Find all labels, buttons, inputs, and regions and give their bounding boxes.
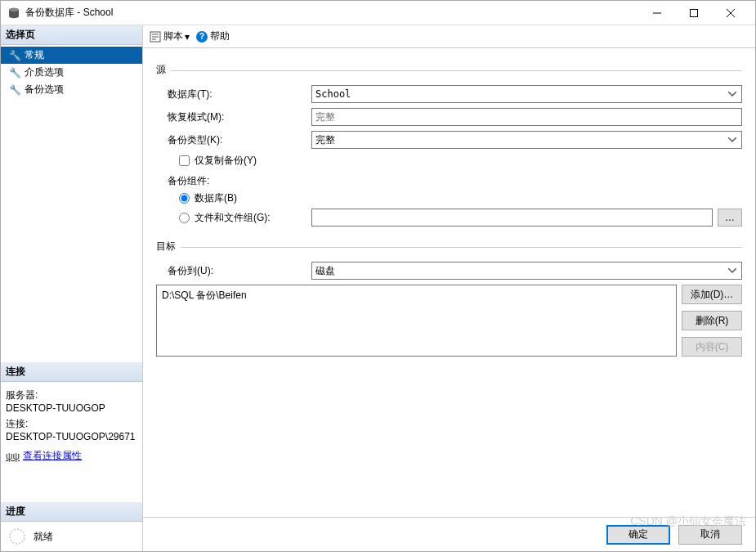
- chevron-down-icon: ▾: [185, 31, 190, 43]
- remove-destination-button[interactable]: 删除(R): [682, 311, 742, 330]
- left-panel: 选择页 🔧常规 🔧介质选项 🔧备份选项 连接 服务器: DESKTOP-TUUO…: [1, 25, 143, 551]
- script-button[interactable]: 脚本 ▾: [150, 29, 190, 43]
- help-icon: ?: [196, 31, 208, 43]
- database-label: 数据库(T):: [168, 88, 311, 101]
- link-text: 查看连接属性: [23, 449, 82, 463]
- script-icon: [150, 31, 161, 43]
- nav-label: 备份选项: [25, 83, 64, 96]
- progress-status: 就绪: [34, 530, 53, 544]
- help-label: 帮助: [210, 29, 230, 43]
- plug-icon: ψψ: [6, 451, 20, 462]
- destination-list[interactable]: D:\SQL 备份\Beifen: [156, 285, 677, 357]
- spinner-icon: [9, 528, 25, 545]
- server-label: 服务器:: [6, 388, 137, 402]
- radio-filegroups[interactable]: [179, 213, 190, 223]
- backup-type-label: 备份类型(K):: [168, 133, 311, 147]
- nav-item-media-options[interactable]: 🔧介质选项: [1, 64, 142, 81]
- source-group-title: 源: [156, 63, 742, 77]
- backup-component-label: 备份组件:: [168, 174, 742, 188]
- add-destination-button[interactable]: 添加(D)…: [682, 285, 742, 304]
- conn-label: 连接:: [6, 417, 137, 431]
- server-value: DESKTOP-TUUOGOP: [6, 402, 137, 414]
- database-icon: [7, 7, 20, 20]
- wrench-icon: 🔧: [9, 67, 21, 79]
- copy-only-checkbox[interactable]: [179, 155, 190, 166]
- close-button[interactable]: [712, 1, 749, 25]
- radio-database-label: 数据库(B): [195, 191, 237, 205]
- copy-only-label: 仅复制备份(Y): [195, 154, 257, 168]
- contents-button: 内容(C): [682, 337, 742, 357]
- nav-label: 介质选项: [25, 65, 64, 79]
- backup-to-label: 备份到(U):: [168, 264, 311, 278]
- toolbar: 脚本 ▾ ? 帮助: [143, 25, 755, 48]
- nav-item-backup-options[interactable]: 🔧备份选项: [1, 81, 142, 98]
- window-title: 备份数据库 - School: [25, 6, 638, 20]
- radio-filegroups-label: 文件和文件组(G):: [195, 211, 271, 225]
- progress-header: 进度: [1, 502, 142, 522]
- svg-point-1: [9, 7, 19, 11]
- backup-to-select[interactable]: 磁盘: [311, 262, 742, 280]
- view-connection-properties-link[interactable]: ψψ 查看连接属性: [6, 449, 137, 463]
- radio-database[interactable]: [179, 193, 190, 204]
- progress-block: 就绪: [1, 522, 142, 551]
- maximize-button[interactable]: [675, 1, 712, 25]
- select-page-header: 选择页: [1, 25, 142, 45]
- backup-type-select[interactable]: 完整: [311, 131, 742, 149]
- destination-group-title: 目标: [156, 240, 742, 254]
- nav-label: 常规: [25, 48, 44, 62]
- script-label: 脚本: [163, 29, 183, 43]
- destination-path[interactable]: D:\SQL 备份\Beifen: [162, 289, 671, 303]
- content-area: 源 数据库(T): School 恢复模式(M): 备份类型(K): 完整 仅复…: [143, 48, 755, 517]
- cancel-button[interactable]: 取消: [678, 525, 742, 545]
- filegroups-input: [311, 209, 713, 227]
- recovery-mode-field: [311, 108, 742, 126]
- svg-rect-3: [690, 9, 697, 16]
- browse-filegroups-button[interactable]: …: [718, 209, 742, 227]
- backup-database-dialog: 备份数据库 - School 选择页 🔧常规 🔧介质选项 🔧备份选项 连接 服务…: [0, 0, 756, 552]
- database-select[interactable]: School: [311, 85, 742, 103]
- connection-header: 连接: [1, 362, 142, 382]
- titlebar: 备份数据库 - School: [1, 1, 755, 25]
- recovery-mode-label: 恢复模式(M):: [168, 110, 311, 124]
- connection-info: 服务器: DESKTOP-TUUOGOP 连接: DESKTOP-TUUOGOP…: [1, 382, 142, 469]
- nav-item-general[interactable]: 🔧常规: [1, 47, 142, 64]
- right-panel: 脚本 ▾ ? 帮助 源 数据库(T): School 恢复模式(M):: [143, 25, 755, 551]
- wrench-icon: 🔧: [9, 84, 21, 96]
- page-nav: 🔧常规 🔧介质选项 🔧备份选项: [1, 45, 142, 100]
- minimize-button[interactable]: [638, 1, 675, 25]
- dialog-footer: 确定 取消: [143, 517, 755, 551]
- wrench-icon: 🔧: [9, 50, 21, 61]
- conn-value: DESKTOP-TUUOGOP\29671: [6, 431, 137, 442]
- help-button[interactable]: ? 帮助: [196, 29, 230, 43]
- ok-button[interactable]: 确定: [606, 525, 670, 545]
